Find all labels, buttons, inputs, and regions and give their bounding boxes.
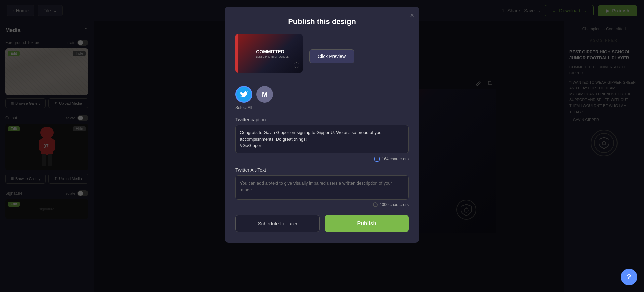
modal-overlay: × Publish this design COMMITTED BEST GIP… [0, 0, 644, 292]
twitter-caption-section: Twitter caption 164 characters [235, 117, 409, 162]
twitter-caption-textarea[interactable] [235, 125, 409, 153]
select-all-label[interactable]: Select All [235, 105, 409, 110]
modal-shield-icon [293, 62, 300, 69]
alt-char-dot-icon [373, 202, 378, 207]
alt-char-count-text: 1000 characters [380, 202, 409, 207]
modal-preview-committed: COMMITTED BEST GIPPER HIGH SCHOOL [256, 49, 289, 58]
publish-modal-button[interactable]: Publish [325, 215, 409, 232]
social-icons-row: M [235, 86, 409, 103]
modal-close-button[interactable]: × [410, 12, 414, 19]
twitter-alt-text-section: Twitter Alt-Text 1000 characters [235, 167, 409, 207]
alt-text-label: Twitter Alt-Text [235, 167, 409, 173]
publish-modal-label: Publish [357, 221, 377, 226]
modal-shield [293, 62, 300, 70]
modal-preview-row: COMMITTED BEST GIPPER HIGH SCHOOL Click … [235, 34, 409, 78]
meta-icon[interactable]: M [256, 86, 273, 103]
social-icons-section: M Select All [235, 86, 409, 110]
modal-committed-text: COMMITTED [256, 49, 289, 54]
twitter-bird-icon [240, 90, 248, 98]
modal-footer: Schedule for later Publish [235, 215, 409, 232]
schedule-later-button[interactable]: Schedule for later [235, 215, 320, 232]
modal-design-preview: COMMITTED BEST GIPPER HIGH SCHOOL [235, 34, 303, 73]
alt-char-count-row: 1000 characters [235, 202, 409, 207]
twitter-icon[interactable] [235, 86, 252, 103]
modal-subtitle: BEST GIPPER HIGH SCHOOL [256, 56, 289, 58]
help-button[interactable]: ? [621, 269, 637, 285]
twitter-caption-label: Twitter caption [235, 117, 409, 122]
click-preview-button[interactable]: Click Preview [309, 49, 354, 63]
modal-preview-stripe [235, 34, 238, 73]
schedule-label: Schedule for later [258, 221, 298, 226]
alt-text-textarea[interactable] [235, 175, 409, 200]
publish-modal: × Publish this design COMMITTED BEST GIP… [225, 7, 419, 243]
help-icon: ? [627, 273, 631, 281]
modal-title: Publish this design [235, 17, 409, 26]
char-count-text: 164 characters [382, 157, 409, 161]
char-count-progress-icon [374, 156, 380, 162]
modal-preview-inner: COMMITTED BEST GIPPER HIGH SCHOOL [235, 34, 303, 73]
char-count-row: 164 characters [235, 156, 409, 162]
click-preview-label: Click Preview [318, 54, 346, 59]
